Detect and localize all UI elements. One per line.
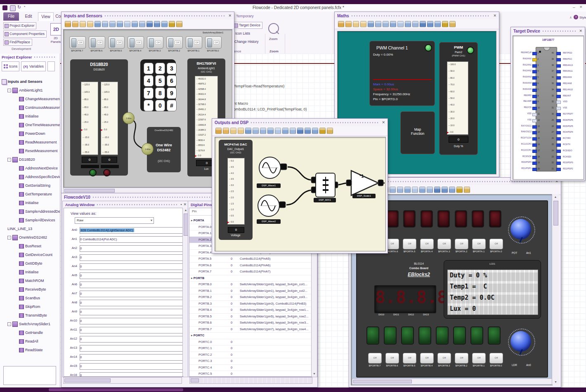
chip-pin-4[interactable] [532, 70, 537, 73]
panel-component-settings-icon[interactable] [117, 21, 123, 27]
tree-item-sampleaddresseddevice[interactable]: SampleAddressedDevice [0, 207, 60, 216]
panel-flip-horizontal-icon[interactable] [139, 21, 145, 27]
mcp47x6-dac-component[interactable]: MCP47x6 DAC DAC_Output1 (I2C CH2) 0 Volt… [219, 140, 253, 240]
toggle-switch-portb-3[interactable]: Off [147, 36, 163, 49]
analog-input-an15[interactable]: 0 [80, 363, 183, 370]
maths-close-icon[interactable]: ✕ [493, 14, 496, 18]
digital-pin-row-portc[interactable]: ▸ PORTC [189, 332, 312, 339]
portb-button-portb-7[interactable]: Off [368, 353, 382, 364]
pot-knob[interactable] [508, 216, 535, 244]
panel-paste-icon[interactable] [360, 21, 366, 27]
panel-redo-icon[interactable] [223, 128, 229, 134]
dac-voltage-slider[interactable]: – 5.0– 4.5– 4.0– 3.5– 3.0– 2.5– 2.0– 1.5… [227, 158, 245, 225]
porta-button-porta-2[interactable]: Off [455, 239, 468, 249]
panel-delete-component-icon[interactable] [383, 21, 389, 27]
chip-pin-32[interactable] [556, 101, 561, 104]
2d-panel-button[interactable]: 2D [50, 23, 62, 35]
digital-pin-row-portb-0[interactable]: PORTB.00SwitchArraySlider1(pin0), keypad… [189, 281, 312, 288]
panel-duplicate-component-icon[interactable] [375, 21, 381, 27]
panel-bring-to-front-icon[interactable] [456, 187, 463, 193]
tree-item-switcharrayslider1[interactable]: -SwitchArraySlider1 [0, 320, 60, 328]
analog-input-an4[interactable]: 0 [80, 263, 183, 270]
chip-pin-25[interactable] [556, 143, 561, 147]
panel-bring-to-front-icon[interactable] [442, 21, 448, 27]
portb-button-portb-5[interactable]: Off [403, 353, 416, 364]
tree-item-link-line-13[interactable]: LINK_LINE_13 [0, 225, 60, 233]
keypad-key-4[interactable]: 4 [144, 75, 154, 87]
analog-input-an6[interactable]: 0 [80, 282, 183, 288]
analog-close-icon[interactable]: ✕ [183, 202, 187, 207]
chip-pin-17[interactable] [532, 150, 537, 153]
tree-item-addressnextdevice[interactable]: AddressNextDevice [0, 164, 60, 172]
tree-item-matchrom[interactable]: MatchROM [0, 277, 60, 285]
toggle-switch-portb-6[interactable]: Off [89, 36, 105, 49]
tree-item-resetmeasurement[interactable]: ResetMeasurement [0, 147, 60, 155]
ds18b20-slider-2[interactable]: – 125.0– 105.0– 85.0– 65.0– 45.0– 25.0– … [101, 82, 118, 155]
keypad-key-7[interactable]: 7 [144, 87, 154, 99]
panel-rotate-right-icon[interactable] [405, 21, 411, 27]
tree-item-onewireds2482[interactable]: -OneWireDS2482 [0, 233, 60, 242]
explorer-tab-icons[interactable]: Icons [2, 61, 19, 71]
digital-pin-row-portc-4[interactable]: PORTC.40 [189, 364, 312, 371]
analog-input-an7[interactable]: 0 [80, 291, 183, 297]
digital-pin-row-portc-0[interactable]: PORTC.00 [189, 339, 312, 346]
keypad-key-0[interactable]: 0 [155, 100, 165, 111]
toggle-switch-portb-0[interactable]: Off [205, 36, 222, 49]
tree-item-readstate[interactable]: ReadState [0, 346, 60, 354]
keypad-key-5[interactable]: 5 [155, 75, 165, 87]
digital-pin-row-portb-3[interactable]: PORTB.30SwitchArraySlider1(pin3), ComboB… [189, 300, 312, 307]
panel-duplicate-component-icon[interactable] [253, 128, 259, 134]
tree-expander-icon[interactable]: - [7, 236, 11, 239]
chip-pin-29[interactable] [556, 119, 561, 122]
keypad-key-3[interactable]: 3 [167, 63, 177, 74]
chip-pin-28[interactable] [556, 125, 561, 129]
find-replace-button[interactable]: Find/Replace [3, 39, 32, 46]
panel-add-component-icon[interactable] [95, 21, 101, 27]
help-icon[interactable]: ? [574, 15, 578, 19]
tab-edit[interactable]: Edit [21, 12, 35, 21]
map-function-component[interactable]: Map Function [400, 111, 435, 154]
chip-pin-33[interactable] [556, 95, 561, 98]
chip-pin-22[interactable] [556, 162, 561, 165]
tree-item-transmitbyte[interactable]: TransmitByte [0, 311, 60, 319]
chip-pin-31[interactable] [556, 107, 561, 110]
panel-flip-horizontal-icon[interactable] [290, 128, 296, 134]
tree-item-initialise[interactable]: Initialise [0, 199, 60, 207]
explorer-tab-clipped[interactable] [47, 61, 55, 71]
panel-component-settings-icon[interactable] [390, 21, 396, 27]
tree-item-addressspecificdevice[interactable]: AddressSpecificDevice [0, 173, 60, 181]
panel-align-icon[interactable] [146, 21, 153, 27]
tree-expander-icon[interactable]: - [7, 89, 11, 92]
panel-copy-icon[interactable] [230, 128, 236, 134]
panel-add-component-icon[interactable] [245, 128, 251, 134]
chip-pin-5[interactable] [532, 76, 537, 80]
panel-duplicate-component-icon[interactable] [390, 187, 396, 193]
panel-ungroup-icon[interactable] [312, 128, 318, 134]
keypad-3x4-component[interactable]: 123456789*0# [140, 59, 176, 111]
analog-input-an9[interactable]: 0 [80, 309, 183, 315]
panel-add-component-icon[interactable] [368, 21, 374, 27]
panel-rotate-left-icon[interactable] [124, 21, 130, 27]
switch-handle[interactable] [168, 38, 173, 47]
chip-pin-39[interactable] [556, 58, 561, 61]
chip-pin-8[interactable] [532, 95, 537, 98]
chip-pin-15[interactable] [532, 137, 537, 141]
eblocks-hscrollbar[interactable] [352, 378, 552, 385]
panel-redo-icon[interactable] [345, 21, 352, 27]
chip-pin-38[interactable] [556, 64, 561, 68]
panel-send-to-back-icon[interactable] [327, 128, 333, 134]
analog-input-an2[interactable]: 0 [80, 245, 183, 252]
digital-pin-row-portb-2[interactable]: PORTB.20SwitchArraySlider1(pin2), keypad… [189, 294, 312, 301]
switch-handle[interactable] [91, 38, 96, 47]
keypad-key-1[interactable]: 1 [144, 63, 154, 74]
digital-pin-row-portc-5[interactable]: PORTC.50 [189, 371, 312, 377]
switch-handle[interactable] [188, 38, 193, 47]
panel-rotate-left-icon[interactable] [412, 187, 418, 193]
chip-pin-18[interactable] [532, 156, 537, 159]
porta-button-porta-5[interactable]: Off [403, 239, 416, 249]
keypad-key-6[interactable]: 6 [167, 75, 177, 87]
toggle-switch-portb-7[interactable]: Off [69, 36, 86, 49]
panel-rotate-right-icon[interactable] [282, 128, 288, 134]
chip-pin-1[interactable] [532, 52, 537, 55]
chip-pin-19[interactable] [532, 162, 537, 165]
